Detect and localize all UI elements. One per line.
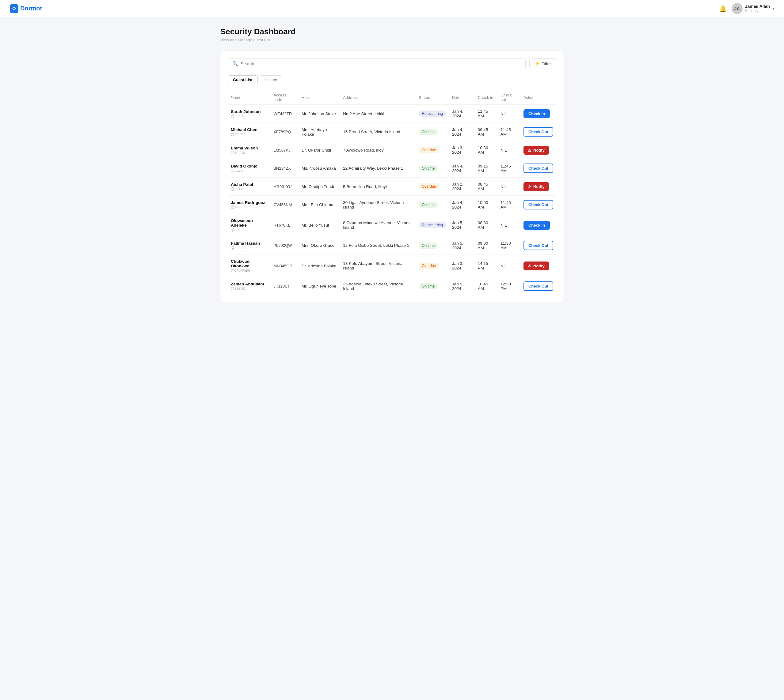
user-name: James Allen xyxy=(745,4,770,9)
action-cell: Check Out xyxy=(520,159,556,178)
status-cell: On time xyxy=(416,159,449,178)
action-cell: Check In xyxy=(520,105,556,123)
warning-icon: ⚠ xyxy=(528,184,532,189)
access-code: RT678KL xyxy=(273,223,290,228)
status-cell: On time xyxy=(416,277,449,295)
check-out-button[interactable]: Check Out xyxy=(523,241,553,250)
address-cell: 7 Awolowo Road, Ikoyi xyxy=(340,141,416,159)
action-cell: ⚠Notify xyxy=(520,178,556,196)
check-out-time-cell: 11:45 AM xyxy=(497,123,520,141)
access-code-cell: CV456NM xyxy=(270,196,299,214)
guest-name-cell: James Rodriguez@james xyxy=(228,196,270,214)
check-in-time-cell: 09:00 AM xyxy=(475,237,497,255)
filter-button[interactable]: ⚡ Filter xyxy=(529,58,556,69)
guest-name: James Rodriguez xyxy=(231,200,267,205)
topbar-right: 🔔 JA James Allen Security ▾ xyxy=(719,3,774,14)
guest-handle: @fatima xyxy=(231,246,267,250)
date-cell: Jan 5, 2024 xyxy=(449,277,475,295)
check-out-time-cell: 12:30 PM xyxy=(497,277,520,295)
host-cell: Mrs. Adebayo Folake xyxy=(299,123,340,141)
host-cell: Dr. Okafor Chidi xyxy=(299,141,340,159)
access-code: JK123ST xyxy=(273,284,290,288)
access-code: WE432TR xyxy=(273,112,292,116)
tabs: Guest ListHistory xyxy=(228,75,556,84)
host-cell: Mr. Johnson Steve xyxy=(299,105,340,123)
check-out-button[interactable]: Check Out xyxy=(523,127,553,137)
guest-name-cell: Chukwudi Okonkwo@chukwudi xyxy=(228,255,270,277)
action-cell: Check Out xyxy=(520,237,556,255)
check-in-button[interactable]: Check In xyxy=(523,109,550,118)
check-out-button[interactable]: Check Out xyxy=(523,200,553,210)
access-code: XF789PQ xyxy=(273,130,291,134)
warning-icon: ⚠ xyxy=(528,148,532,152)
access-code: PL902QW xyxy=(273,243,292,248)
access-code-cell: HG901YU xyxy=(270,178,299,196)
access-code: HG901YU xyxy=(273,184,291,189)
search-input[interactable] xyxy=(241,61,521,66)
status-badge: Re-occurring xyxy=(419,110,446,117)
action-cell: ⚠Notify xyxy=(520,255,556,277)
search-icon: 🔍 xyxy=(232,61,238,67)
table-row: Chukwudi Okonkwo@chukwudiMN345OPDr. Ades… xyxy=(228,255,556,277)
check-in-time-cell: 11:45 AM xyxy=(475,105,497,123)
logo[interactable]: Dormot xyxy=(10,4,42,13)
guest-name: Chukwudi Okonkwo xyxy=(231,259,267,268)
check-in-time-cell: 08:30 AM xyxy=(475,214,497,237)
notification-bell-icon[interactable]: 🔔 xyxy=(719,5,727,12)
status-cell: Overdue xyxy=(416,255,449,277)
chevron-down-icon: ▾ xyxy=(772,7,774,11)
notify-button[interactable]: ⚠Notify xyxy=(523,146,549,155)
access-code: MN345OP xyxy=(273,263,292,268)
address-cell: 25 Adeola Odeku Street, Victoria Island xyxy=(340,277,416,295)
guest-name: Michael Chen xyxy=(231,127,267,132)
check-out-time-cell: 11:30 AM xyxy=(497,237,520,255)
check-in-time-cell: 14:15 PM xyxy=(475,255,497,277)
date-cell: Jan 4, 2024 xyxy=(449,159,475,178)
host-cell: Mrs. Eze Chioma xyxy=(299,196,340,214)
user-role: Security xyxy=(745,9,770,13)
guest-name: Oluwaseun Adeleke xyxy=(231,218,267,228)
guest-name-cell: Fatima Hassan@fatima xyxy=(228,237,270,255)
guest-handle: @mchen xyxy=(231,132,267,136)
status-badge: Re-occurring xyxy=(419,222,446,228)
status-badge: On time xyxy=(419,283,438,289)
guest-name-cell: David Okonjo@david xyxy=(228,159,270,178)
action-cell: Check Out xyxy=(520,277,556,295)
access-code-cell: BN234ZX xyxy=(270,159,299,178)
date-cell: Jan 5, 2024 xyxy=(449,237,475,255)
user-menu[interactable]: JA James Allen Security ▾ xyxy=(732,3,774,14)
tab-guest-list[interactable]: Guest List xyxy=(228,75,258,84)
tab-history[interactable]: History xyxy=(259,75,282,84)
guest-handle: @chukwudi xyxy=(231,268,267,273)
col-header-access-code: Access code xyxy=(270,90,299,105)
check-in-time-cell: 09:15 AM xyxy=(475,159,497,178)
check-out-time-cell: NIL xyxy=(497,214,520,237)
logo-icon xyxy=(10,4,18,13)
date-cell: Jan 3, 2024 xyxy=(449,141,475,159)
col-header-host: Host xyxy=(299,90,340,105)
notify-button[interactable]: ⚠Notify xyxy=(523,182,549,191)
table-row: Emma Wilson@emmaLM567KJDr. Okafor Chidi7… xyxy=(228,141,556,159)
filter-label: Filter xyxy=(542,61,551,66)
app-name: Dormot xyxy=(20,5,42,12)
check-in-button[interactable]: Check In xyxy=(523,221,550,230)
check-out-button[interactable]: Check Out xyxy=(523,282,553,291)
status-badge: On time xyxy=(419,243,438,248)
status-badge: On time xyxy=(419,165,438,172)
check-in-time-cell: 10:30 AM xyxy=(475,141,497,159)
check-out-button[interactable]: Check Out xyxy=(523,163,553,173)
access-code: LM567KJ xyxy=(273,148,290,152)
page-subtitle: View and Manage guest List xyxy=(221,38,563,42)
access-code: CV456NM xyxy=(273,202,292,207)
table-row: Michael Chen@mchenXF789PQMrs. Adebayo Fo… xyxy=(228,123,556,141)
page-title: Security Dashboard xyxy=(221,27,563,37)
status-cell: On time xyxy=(416,196,449,214)
table-row: Fatima Hassan@fatimaPL902QWMrs. Okoro Gr… xyxy=(228,237,556,255)
status-badge: On time xyxy=(419,202,438,208)
notify-button[interactable]: ⚠Notify xyxy=(523,262,549,270)
host-cell: Dr. Adesina Folake xyxy=(299,255,340,277)
host-cell: Mr. Oladipo Tunde xyxy=(299,178,340,196)
address-cell: 5 Bourdillon Road, Ikoyi xyxy=(340,178,416,196)
status-cell: Overdue xyxy=(416,178,449,196)
col-header-date: Date xyxy=(449,90,475,105)
